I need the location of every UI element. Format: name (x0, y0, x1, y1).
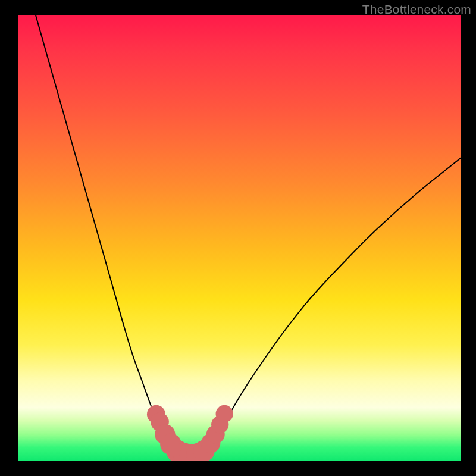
marker-dot (216, 405, 233, 422)
curve-layer (18, 15, 461, 461)
curve-left-arm (36, 15, 177, 452)
marker-group (147, 405, 233, 461)
curve-right-arm (204, 158, 461, 452)
plot-area (18, 15, 461, 461)
chart-root: TheBottleneck.com (0, 0, 476, 476)
